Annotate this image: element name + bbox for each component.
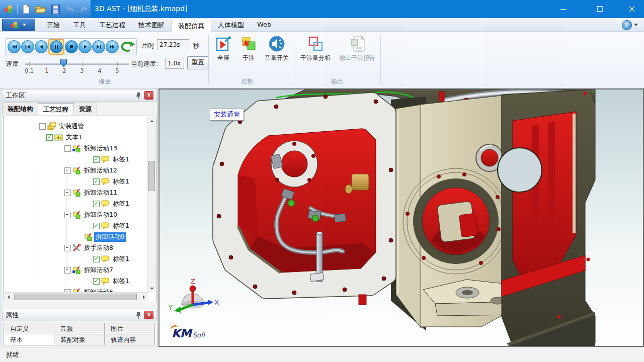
tag-bubble-icon bbox=[101, 155, 110, 163]
viewport-3d[interactable]: Z X Y 安装通管 KM Soft bbox=[158, 88, 644, 347]
prop-tab-basic[interactable]: 基本 bbox=[4, 334, 54, 345]
tree-item-selected[interactable]: 拆卸活动9 bbox=[83, 232, 126, 242]
tag-bubble-icon bbox=[101, 177, 110, 186]
collapse-icon[interactable] bbox=[39, 123, 46, 130]
maximize-button[interactable] bbox=[588, 0, 612, 18]
tree-item[interactable]: 拆卸活动13 bbox=[64, 143, 119, 153]
tree-item[interactable]: 拆卸活动12 bbox=[64, 165, 119, 175]
checkbox-checked[interactable]: ✓ bbox=[46, 134, 53, 141]
checkbox-checked[interactable]: ✓ bbox=[93, 278, 100, 285]
current-speed-label: 当前速度: bbox=[131, 60, 158, 68]
pause-button[interactable] bbox=[50, 40, 63, 53]
close-button[interactable] bbox=[620, 0, 644, 18]
tree-item[interactable]: ✓ 标签1 bbox=[93, 221, 131, 231]
checkbox-checked[interactable]: ✓ bbox=[93, 223, 100, 229]
scrollbar-thumb[interactable] bbox=[14, 294, 137, 300]
prop-tab-assembly-object[interactable]: 装配对象 bbox=[54, 334, 105, 345]
redo-icon[interactable] bbox=[78, 3, 91, 15]
scrollbar-thumb[interactable] bbox=[148, 161, 155, 191]
through-hole bbox=[498, 148, 542, 192]
tree-item[interactable]: 拆卸活动7 bbox=[64, 265, 115, 275]
elapsed-time-field[interactable]: 27.23s bbox=[157, 39, 189, 50]
tree-item[interactable]: ✓ 标签1 bbox=[93, 199, 131, 209]
speed-slider-thumb[interactable] bbox=[60, 59, 67, 67]
checkbox-checked[interactable]: ✓ bbox=[93, 256, 100, 262]
tree-item[interactable]: ✓ 标签1 bbox=[93, 154, 131, 164]
part-annotation-label[interactable]: 安装通管 bbox=[210, 109, 244, 121]
tree-item[interactable]: 扳手活动8 bbox=[64, 243, 115, 253]
fast-forward-button[interactable] bbox=[106, 40, 119, 53]
checkbox-checked[interactable]: ✓ bbox=[93, 178, 100, 185]
scroll-down-icon[interactable] bbox=[147, 284, 156, 293]
tree-item[interactable]: 拆卸活动10 bbox=[64, 210, 119, 220]
skip-to-end-button[interactable] bbox=[92, 40, 105, 53]
collapse-icon[interactable] bbox=[64, 167, 71, 174]
tab-technical-illustration[interactable]: 技术图解 bbox=[132, 18, 171, 32]
tab-process-tree[interactable]: 工艺过程 bbox=[38, 103, 74, 115]
tab-tools[interactable]: 工具 bbox=[66, 18, 93, 32]
collapse-icon[interactable] bbox=[64, 267, 71, 274]
fullscreen-button[interactable]: 全屏 bbox=[211, 35, 235, 68]
help-button[interactable]: ? bbox=[622, 20, 641, 30]
application-menu-button[interactable] bbox=[2, 19, 35, 31]
axis-x-label: X bbox=[214, 299, 219, 306]
prop-tab-custom[interactable]: 自定义 bbox=[4, 323, 54, 334]
tree-item[interactable]: 拆卸活动11 bbox=[64, 188, 119, 198]
tab-assembly-structure[interactable]: 装配结构 bbox=[2, 103, 38, 115]
collapse-icon[interactable] bbox=[64, 145, 71, 152]
tree-item[interactable]: ✓ 标签1 bbox=[93, 276, 131, 286]
step-back-button[interactable] bbox=[35, 40, 48, 53]
interference-analysis-button[interactable]: 干涉量分析 bbox=[297, 35, 334, 68]
scroll-right-icon[interactable] bbox=[139, 293, 148, 301]
scroll-up-icon[interactable] bbox=[147, 117, 156, 125]
new-document-icon[interactable] bbox=[20, 3, 32, 15]
tree-item[interactable]: ✓ 标签1 bbox=[93, 176, 131, 187]
checkbox-checked[interactable]: ✓ bbox=[93, 201, 100, 207]
tree-item[interactable]: 安装通管 bbox=[39, 121, 86, 131]
tree-item[interactable]: ✓ 标签1 bbox=[93, 254, 131, 264]
disassembly-icon bbox=[72, 166, 81, 174]
stop-button[interactable] bbox=[65, 40, 78, 53]
current-speed-field[interactable]: 1.0x bbox=[165, 58, 184, 69]
tab-web[interactable]: Web bbox=[251, 18, 278, 32]
save-icon[interactable] bbox=[49, 3, 61, 15]
collapse-icon[interactable] bbox=[64, 212, 71, 218]
slider-tick-label: 1 bbox=[39, 67, 54, 74]
export-interference-report-button[interactable]: 输出干涉报告 bbox=[335, 35, 379, 68]
tab-resources[interactable]: 资源 bbox=[73, 103, 97, 115]
loop-button[interactable] bbox=[119, 40, 135, 54]
collapse-icon[interactable] bbox=[64, 245, 71, 251]
undo-icon[interactable] bbox=[64, 3, 76, 15]
minimize-button[interactable] bbox=[551, 0, 576, 18]
tree-horizontal-scrollbar[interactable] bbox=[4, 292, 148, 301]
tab-start[interactable]: 开始 bbox=[40, 18, 66, 32]
properties-close-icon[interactable]: x bbox=[144, 311, 153, 319]
tree-vertical-scrollbar[interactable] bbox=[147, 117, 156, 293]
output-group-label: 输出 bbox=[308, 77, 366, 86]
tag-bubble-icon bbox=[101, 277, 110, 285]
title-bar: 3D AST - [烟机总装.kmapd] bbox=[0, 0, 644, 18]
window-title: 3D AST - [烟机总装.kmapd] bbox=[95, 5, 188, 14]
tab-process[interactable]: 工艺过程 bbox=[93, 18, 132, 32]
volume-toggle-button[interactable]: 音量开关 bbox=[262, 35, 292, 68]
prop-tab-track-content[interactable]: 轨迹内容 bbox=[104, 334, 155, 345]
skip-to-start-button[interactable] bbox=[21, 40, 34, 53]
fast-rewind-button[interactable] bbox=[8, 40, 21, 53]
speed-slider-track[interactable] bbox=[25, 63, 129, 65]
tab-human-model[interactable]: 人体模型 bbox=[211, 18, 251, 32]
interference-button[interactable]: 干涉 bbox=[236, 35, 261, 68]
play-button[interactable] bbox=[78, 40, 92, 53]
tab-assembly-simulation[interactable]: 装配仿真 bbox=[171, 19, 211, 32]
open-folder-icon[interactable] bbox=[35, 3, 47, 15]
pin-icon[interactable] bbox=[135, 312, 141, 319]
prop-tab-audio[interactable]: 音频 bbox=[54, 323, 105, 334]
reset-button[interactable]: 重置 bbox=[187, 56, 208, 69]
prop-tab-image[interactable]: 图片 bbox=[104, 323, 155, 334]
collapse-icon[interactable] bbox=[64, 190, 71, 196]
checkbox-checked[interactable]: ✓ bbox=[93, 156, 100, 163]
pin-icon[interactable] bbox=[135, 92, 141, 99]
scroll-left-icon[interactable] bbox=[4, 293, 13, 301]
tree-item[interactable]: ✓ abc 文本1 bbox=[46, 132, 84, 142]
volume-icon bbox=[268, 35, 285, 52]
workspace-close-icon[interactable]: x bbox=[144, 91, 153, 100]
